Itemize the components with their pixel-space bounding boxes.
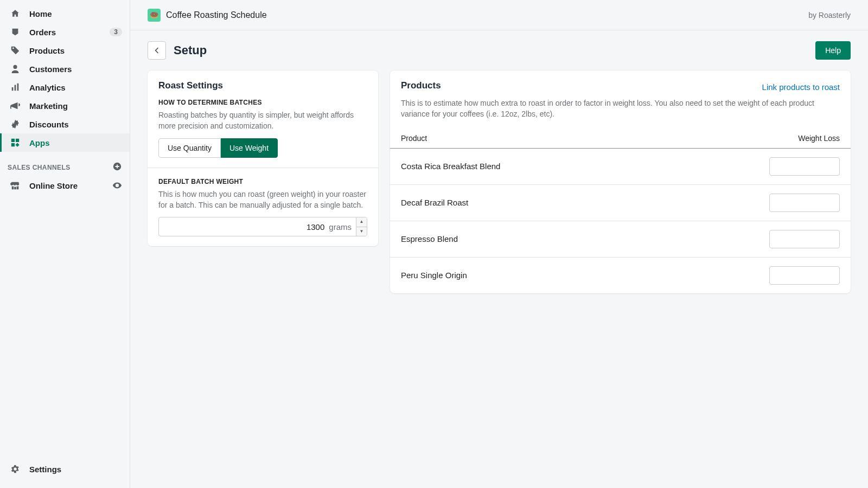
products-card: Products Link products to roast This is … xyxy=(390,70,851,293)
orders-badge: 3 xyxy=(110,28,122,36)
page-title: Setup xyxy=(174,43,207,57)
nav-home[interactable]: Home xyxy=(0,4,130,23)
tag-icon xyxy=(10,45,21,56)
person-icon xyxy=(10,63,21,74)
back-button[interactable] xyxy=(148,41,166,60)
primary-nav: Home Orders 3 Products Customers A xyxy=(0,4,130,152)
nav-label: Products xyxy=(29,46,65,55)
nav-label: Marketing xyxy=(29,101,68,111)
nav-marketing[interactable]: Marketing xyxy=(0,97,130,115)
product-name: Costa Rica Breakfast Blend xyxy=(401,162,500,171)
weight-loss-field: % ▲ ▼ xyxy=(769,157,840,176)
app-title: Coffee Roasting Schedule xyxy=(166,10,267,20)
products-intro: This is to estimate how much extra to ro… xyxy=(401,98,840,120)
discount-badge-icon xyxy=(10,119,21,130)
batches-subhead: HOW TO DETERMINE BATCHES xyxy=(158,99,367,106)
app-icon-glyph: 🍩 xyxy=(150,11,158,19)
weight-loss-field: % ▲ ▼ xyxy=(769,194,840,212)
main-area: 🍩 Coffee Roasting Schedule by Roasterly … xyxy=(130,0,868,488)
add-sales-channel-button[interactable] xyxy=(112,162,122,173)
inbox-download-icon xyxy=(10,27,21,37)
app-author: by Roasterly xyxy=(808,11,851,20)
use-weight-button[interactable]: Use Weight xyxy=(221,138,278,158)
weight-loss-input[interactable] xyxy=(770,267,840,284)
default-weight-help: This is how much you can roast (green we… xyxy=(158,189,367,211)
default-batch-weight-stepper: ▲ ▼ xyxy=(356,217,367,236)
store-icon xyxy=(10,180,21,191)
nav-analytics[interactable]: Analytics xyxy=(0,78,130,97)
default-weight-subhead: DEFAULT BATCH WEIGHT xyxy=(158,178,367,185)
product-name: Espresso Blend xyxy=(401,234,458,243)
nav-label: Orders xyxy=(29,28,56,37)
nav-discounts[interactable]: Discounts xyxy=(0,115,130,133)
sidebar: Home Orders 3 Products Customers A xyxy=(0,0,130,488)
weight-loss-input[interactable] xyxy=(770,158,840,175)
nav-label: Customers xyxy=(29,65,72,74)
nav-orders[interactable]: Orders 3 xyxy=(0,23,130,41)
nav-label: Analytics xyxy=(29,83,66,92)
use-quantity-button[interactable]: Use Quantity xyxy=(158,138,221,158)
view-store-icon[interactable] xyxy=(112,181,122,190)
home-icon xyxy=(10,8,21,19)
default-batch-weight-unit: grams xyxy=(329,217,356,236)
product-row: Espresso Blend % ▲ ▼ xyxy=(390,221,851,258)
arrow-left-icon xyxy=(152,46,162,55)
link-products-link[interactable]: Link products to roast xyxy=(762,82,840,92)
weight-loss-input[interactable] xyxy=(770,230,840,248)
nav-label: Settings xyxy=(29,465,61,474)
nav-label: Discounts xyxy=(29,120,69,129)
sales-channels-list: Online Store xyxy=(0,176,130,195)
apps-grid-icon xyxy=(10,137,21,148)
nav-products[interactable]: Products xyxy=(0,41,130,60)
topbar: 🍩 Coffee Roasting Schedule by Roasterly xyxy=(130,0,868,30)
default-batch-weight-input[interactable] xyxy=(159,217,329,236)
product-name: Decaf Brazil Roast xyxy=(401,198,468,207)
default-batch-weight-field: grams ▲ ▼ xyxy=(158,217,367,236)
step-down-button[interactable]: ▼ xyxy=(356,227,367,236)
weight-loss-field: % ▲ ▼ xyxy=(769,230,840,248)
product-name: Peru Single Origin xyxy=(401,271,467,280)
sales-channels-header: SALES CHANNELS xyxy=(0,152,130,176)
page-body: Setup Help Roast Settings HOW TO DETERMI… xyxy=(130,30,868,488)
app-icon: 🍩 xyxy=(148,9,161,22)
col-weight-loss-header: Weight Loss xyxy=(798,134,840,143)
product-row: Decaf Brazil Roast % ▲ ▼ xyxy=(390,185,851,221)
product-row: Peru Single Origin % ▲ ▼ xyxy=(390,258,851,293)
roast-settings-card: Roast Settings HOW TO DETERMINE BATCHES … xyxy=(148,70,378,246)
step-up-button[interactable]: ▲ xyxy=(356,217,367,227)
nav-label: Home xyxy=(29,9,52,18)
products-table-header: Product Weight Loss xyxy=(390,129,851,149)
nav-label: Apps xyxy=(29,138,50,147)
nav-settings[interactable]: Settings xyxy=(10,460,122,478)
gear-icon xyxy=(10,464,21,474)
help-button[interactable]: Help xyxy=(815,41,851,60)
weight-loss-field: % ▲ ▼ xyxy=(769,266,840,285)
bar-chart-icon xyxy=(10,82,21,93)
megaphone-icon xyxy=(10,100,21,111)
nav-customers[interactable]: Customers xyxy=(0,60,130,78)
page-header: Setup Help xyxy=(148,41,851,60)
col-product-header: Product xyxy=(401,134,427,143)
products-title: Products xyxy=(401,80,441,91)
nav-online-store[interactable]: Online Store xyxy=(0,176,130,195)
nav-label: Online Store xyxy=(29,181,78,190)
weight-loss-input[interactable] xyxy=(770,194,840,211)
batches-help-text: Roasting batches by quantity is simpler,… xyxy=(158,110,367,132)
product-row: Costa Rica Breakfast Blend % ▲ ▼ xyxy=(390,149,851,185)
batch-mode-segmented: Use Quantity Use Weight xyxy=(158,138,278,158)
roast-settings-title: Roast Settings xyxy=(158,80,367,91)
nav-apps[interactable]: Apps xyxy=(0,133,130,152)
sales-channels-label: SALES CHANNELS xyxy=(8,164,71,171)
